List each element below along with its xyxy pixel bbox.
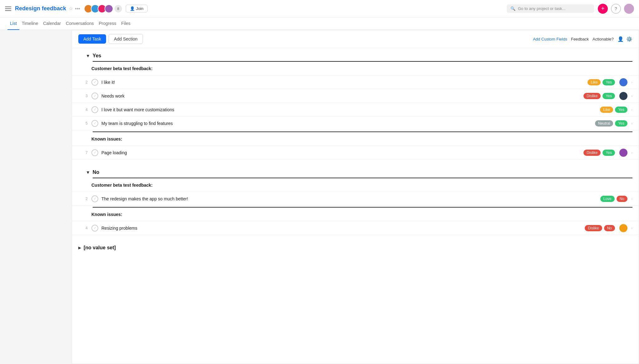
feedback-tag: Dislike [583,150,601,156]
task-tags: Like Yes › [588,78,632,86]
person-icon[interactable]: 👤 [617,36,624,42]
left-sidebar [0,30,72,364]
toolbar: Add Task Add Section Add Custom Fields F… [72,30,639,48]
task-check-7[interactable]: ✓ [91,149,98,156]
tab-files[interactable]: Files [119,17,133,30]
chevron-right-icon[interactable]: › [631,226,632,230]
member-avatars: 8 [84,4,122,13]
task-check-2[interactable]: ✓ [91,79,98,86]
section-yes-toggle[interactable]: ▼ [86,53,90,58]
star-icon[interactable]: ☆ [69,6,73,12]
table-row: 2 ✓ The redesign makes the app so much b… [72,192,639,206]
sub-nav: List Timeline Calendar Conversations Pro… [0,17,639,30]
actionable-tag: Yes [602,150,615,156]
main-content: Add Task Add Section Add Custom Fields F… [0,30,639,364]
section-no-value[interactable]: ▶ [no value set] [72,240,639,253]
tab-progress[interactable]: Progress [96,17,119,30]
chevron-right-icon[interactable]: › [631,121,632,126]
tab-timeline[interactable]: Timeline [19,17,41,30]
toolbar-icons: 👤 ⚙️ [617,36,632,42]
toolbar-right: Add Custom Fields Feedback Actionable? 👤… [533,36,632,42]
hamburger-menu[interactable] [5,6,11,12]
actionable-tag: Yes [615,107,627,113]
task-tags: Dislike Yes › [583,92,632,100]
table-row: 7 ✓ Page loading Dislike Yes › [72,146,639,160]
group-header-row: Customer beta test feedback: [72,62,639,75]
chevron-right-icon[interactable]: › [631,151,632,155]
top-bar: Redesign feedback ☆ ••• 8 👤 Join 🔍 Go to… [0,0,639,17]
avatar [105,4,113,13]
search-icon: 🔍 [510,6,515,11]
help-button[interactable]: ? [611,4,621,14]
member-count: 8 [115,5,122,12]
tab-calendar[interactable]: Calendar [41,17,63,30]
feedback-tag: Like [588,79,601,85]
actionable-column-label[interactable]: Actionable? [593,37,614,41]
tab-conversations[interactable]: Conversations [63,17,96,30]
task-name[interactable]: Page loading [101,150,583,155]
section-yes-title: Yes [93,53,101,59]
task-tags: Dislike No › [585,224,632,232]
section-no-value-title: [no value set] [84,245,116,251]
task-tags: Like Yes › [600,107,632,113]
task-name[interactable]: The redesign makes the app so much bette… [101,196,600,201]
chevron-right-icon[interactable]: › [631,80,632,84]
task-check-4[interactable]: ✓ [91,106,98,113]
filter-icon[interactable]: ⚙️ [626,36,632,42]
task-name[interactable]: Needs work [101,93,583,98]
table-row: 4 ✓ Resizing problems Dislike No › [72,221,639,235]
actionable-tag: No [617,196,627,202]
more-icon[interactable]: ••• [75,6,80,12]
content-area: Add Task Add Section Add Custom Fields F… [72,30,639,364]
search-bar[interactable]: 🔍 Go to any project or task... [507,4,594,13]
add-custom-fields-link[interactable]: Add Custom Fields [533,37,567,41]
task-list: ▼ Yes Customer beta test feedback: 2 ✓ I… [72,48,639,259]
actionable-tag: Yes [602,93,615,99]
task-assignee-avatar [619,224,627,232]
top-actions: + ? [598,4,634,14]
user-avatar[interactable] [624,4,634,14]
task-tags: Love No › [600,196,632,202]
task-check-no-2[interactable]: ✓ [91,195,98,202]
feedback-tag: Like [600,107,613,113]
global-add-button[interactable]: + [598,4,608,14]
section-no-toggle[interactable]: ▼ [86,170,90,175]
add-section-button[interactable]: Add Section [109,34,143,44]
chevron-right-icon[interactable]: › [631,197,632,201]
task-name[interactable]: Resizing problems [101,226,585,231]
task-tags: Neutral Yes › [595,120,632,127]
join-button[interactable]: 👤 Join [126,5,148,12]
group-title-customer-beta-yes: Customer beta test feedback: [91,66,632,71]
feedback-column-label[interactable]: Feedback [571,37,589,41]
group-title-known-issues-yes: Known issues: [91,136,632,141]
task-name[interactable]: I love it but want more customizations [101,107,600,112]
feedback-tag: Dislike [583,93,601,99]
group-title-customer-beta-no: Customer beta test feedback: [91,183,632,188]
task-check-3[interactable]: ✓ [91,93,98,99]
table-row: 4 ✓ I love it but want more customizatio… [72,103,639,117]
table-row: 2 ✓ I like it! Like Yes › [72,75,639,89]
task-assignee-avatar [619,149,627,157]
task-assignee-avatar [619,78,627,86]
section-no-value-toggle[interactable]: ▶ [78,246,81,250]
task-assignee-avatar [619,92,627,100]
tab-list[interactable]: List [7,17,19,30]
actionable-tag: Yes [602,79,615,85]
task-name[interactable]: I like it! [101,80,588,85]
table-row: 3 ✓ Needs work Dislike Yes › [72,89,639,103]
section-no-title: No [93,170,99,175]
group-header-row: Known issues: [72,208,639,221]
add-task-button[interactable]: Add Task [78,34,106,44]
section-no-header: ▼ No [72,165,639,178]
feedback-tag: Love [600,196,615,202]
chevron-right-icon[interactable]: › [631,108,632,112]
task-check-5[interactable]: ✓ [91,120,98,127]
feedback-tag: Dislike [585,225,602,231]
project-title: Redesign feedback [15,5,66,12]
task-name[interactable]: My team is struggling to find features [101,121,595,126]
actionable-tag: No [604,225,615,231]
join-icon: 👤 [130,6,135,11]
task-check-no-4[interactable]: ✓ [91,225,98,232]
chevron-right-icon[interactable]: › [631,94,632,98]
task-tags: Dislike Yes › [583,149,632,157]
